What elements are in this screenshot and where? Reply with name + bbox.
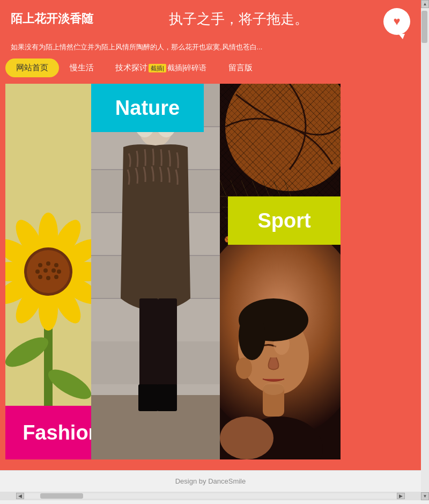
model-background [91,84,220,459]
page-wrapper: 陌上花开淡香随 执子之手，将子拖走。 ♥ 如果没有为陌上情然伫立并为陌上风情所陶… [0,0,429,500]
heart-icon: ♥ [393,14,400,28]
nature-label-box[interactable]: Nature [91,84,204,132]
svg-point-25 [38,275,42,279]
sport-cell[interactable]: Sport [220,84,341,245]
portrait-background [220,245,341,459]
scrollbar-horizontal[interactable]: ◀ ▶ [0,492,421,500]
svg-point-26 [46,276,50,280]
model-svg [91,84,220,459]
sunflower-background [5,84,91,459]
scroll-track-h [24,493,397,499]
nav-item-tech[interactable]: 技术探讨截插|截插|碎碎语 [105,57,218,78]
svg-point-19 [46,261,50,266]
svg-point-56 [225,84,341,191]
scroll-up-btn[interactable]: ▲ [421,0,429,8]
model-cell[interactable] [91,84,220,459]
header: 陌上花开淡香随 执子之手，将子拖走。 ♥ 如果没有为陌上情然伫立并为陌上风情所陶… [0,0,421,57]
header-top: 陌上花开淡香随 执子之手，将子拖走。 ♥ [11,5,410,39]
header-slogan: 执子之手，将子拖走。 [93,10,383,28]
scroll-down-btn[interactable]: ▼ [421,492,429,500]
svg-point-21 [35,269,40,274]
scroll-right-btn[interactable]: ▶ [397,493,405,499]
svg-rect-54 [157,384,177,411]
nav-item-lifestyle[interactable]: 慢生活 [59,57,105,78]
site-title: 陌上花开淡香随 [11,11,93,27]
svg-point-24 [57,269,61,274]
svg-point-20 [54,263,58,267]
scroll-thumb-h[interactable] [40,493,83,499]
svg-point-17 [27,250,70,293]
main-content: Nature [0,78,421,470]
svg-point-22 [43,268,48,273]
svg-point-78 [239,312,265,360]
svg-point-75 [263,382,284,395]
svg-rect-53 [138,384,158,411]
footer-text: Design by DanceSmile [175,477,246,485]
scroll-track-v [421,8,429,492]
category-grid: Nature [5,84,416,459]
page-main: 陌上花开淡香随 执子之手，将子拖走。 ♥ 如果没有为陌上情然伫立并为陌上风情所陶… [0,0,421,500]
heart-bubble: ♥ [383,8,410,35]
portrait-cell[interactable] [220,245,341,459]
nav-item-home[interactable]: 网站首页 [5,59,59,77]
scroll-left-btn[interactable]: ◀ [16,493,24,499]
sport-label-box[interactable]: Sport [228,196,341,245]
svg-point-23 [51,268,56,273]
sunflower-svg [5,84,91,459]
navigation: 网站首页 慢生活 技术探讨截插|截插|碎碎语 留言版 [0,57,421,78]
nav-item-guestbook[interactable]: 留言版 [218,57,263,78]
portrait-svg [220,245,341,459]
scrollbar-vertical[interactable]: ▲ ▼ [421,0,429,500]
nature-label: Nature [115,97,180,120]
svg-point-74 [236,357,252,379]
svg-point-27 [54,275,58,279]
svg-point-18 [38,263,42,267]
header-description: 如果没有为陌上情然伫立并为陌上风情所陶醉的人，那么花开也寂寞,风情也苍白... [11,39,410,57]
sunflower-cell[interactable]: Fashion [5,84,91,459]
fashion-label: Fashion [23,421,91,444]
footer: Design by DanceSmile [0,470,421,492]
svg-point-80 [220,417,273,459]
fashion-label-box[interactable]: Fashion [5,406,91,459]
scroll-thumb-v[interactable] [421,11,427,43]
sport-label: Sport [257,209,310,232]
